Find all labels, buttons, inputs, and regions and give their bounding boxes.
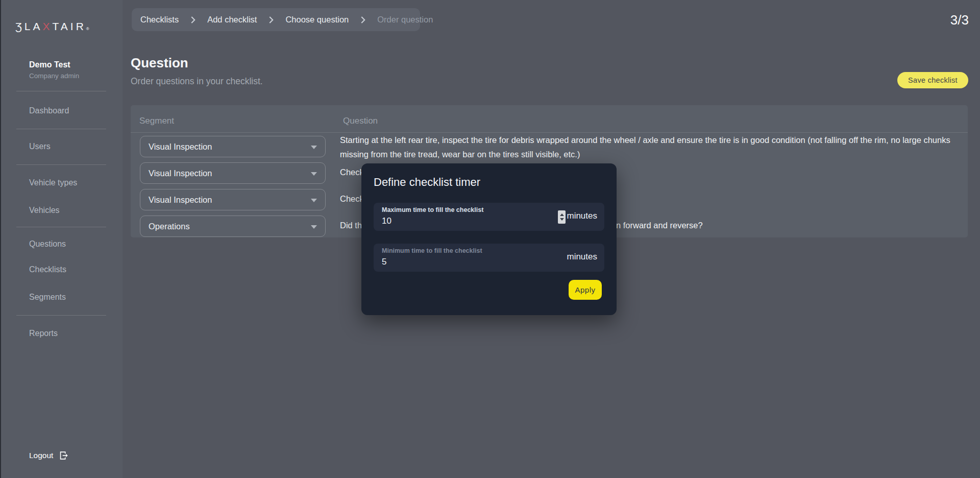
column-header-segment: Segment xyxy=(139,116,174,126)
chevron-right-icon xyxy=(358,15,368,25)
maximum-time-field[interactable]: Maximum time to fill the checklist 10 mi… xyxy=(374,203,604,231)
chevron-down-icon xyxy=(311,172,317,176)
chevron-right-icon xyxy=(188,15,198,25)
logo-text-left: ƷLA xyxy=(15,20,43,32)
sidebar-divider xyxy=(16,91,106,91)
stepper-down-icon[interactable] xyxy=(560,218,564,221)
sidebar-divider xyxy=(16,129,106,129)
app-root: ƷLAXTAIR® Demo Test Company admin Dashbo… xyxy=(0,0,980,478)
user-role: Company admin xyxy=(29,72,79,80)
maximum-time-label: Maximum time to fill the checklist xyxy=(382,206,483,213)
segment-select-row2[interactable]: Visual Inspection xyxy=(140,162,326,184)
stepper-up-icon[interactable] xyxy=(560,213,564,216)
maximum-time-input[interactable]: 10 xyxy=(382,216,391,226)
define-checklist-timer-modal: Define checklist timer Maximum time to f… xyxy=(361,163,617,315)
number-stepper[interactable] xyxy=(558,210,566,224)
question-text-row1: Starting at the left rear tire, inspect … xyxy=(340,133,952,161)
logout-label: Logout xyxy=(29,451,53,460)
sidebar-item-checklists[interactable]: Checklists xyxy=(29,265,66,274)
chevron-down-icon xyxy=(311,225,317,229)
sidebar-divider xyxy=(16,315,106,316)
window-left-edge xyxy=(0,0,1,478)
sidebar-divider xyxy=(16,227,106,227)
apply-button[interactable]: Apply xyxy=(569,280,602,300)
chevron-down-icon xyxy=(311,146,317,149)
sidebar-divider xyxy=(16,164,106,165)
logo-text-accent: X xyxy=(43,20,53,32)
step-indicator: 3/3 xyxy=(950,12,969,28)
logout-button[interactable]: Logout xyxy=(29,450,69,461)
user-name: Demo Test xyxy=(29,60,70,69)
page-title: Question xyxy=(131,55,188,71)
segment-select-value: Visual Inspection xyxy=(149,195,212,205)
sidebar-item-vehicles[interactable]: Vehicles xyxy=(29,206,60,215)
segment-select-value: Visual Inspection xyxy=(149,169,212,178)
breadcrumb-checklists[interactable]: Checklists xyxy=(140,15,179,25)
sidebar-item-reports[interactable]: Reports xyxy=(29,329,58,338)
breadcrumb-choose-question[interactable]: Choose question xyxy=(285,15,349,25)
breadcrumb-add-checklist[interactable]: Add checklist xyxy=(207,15,257,25)
sidebar-item-dashboard[interactable]: Dashboard xyxy=(29,106,69,115)
sidebar-item-questions[interactable]: Questions xyxy=(29,240,66,249)
segment-select-row1[interactable]: Visual Inspection xyxy=(140,136,326,157)
page-subtitle: Order questions in your checklist. xyxy=(131,76,263,87)
minimum-time-label: Minimum time to fill the checklist xyxy=(382,247,482,254)
sidebar-item-users[interactable]: Users xyxy=(29,142,51,151)
sidebar: ƷLAXTAIR® Demo Test Company admin Dashbo… xyxy=(0,0,122,478)
segment-select-value: Operations xyxy=(149,222,190,231)
breadcrumb: Checklists Add checklist Choose question… xyxy=(132,8,420,31)
sidebar-item-segments[interactable]: Segments xyxy=(29,293,66,302)
breadcrumb-order-question: Order question xyxy=(377,15,433,25)
segment-select-row3[interactable]: Visual Inspection xyxy=(140,189,326,210)
minimum-time-unit: minutes xyxy=(567,252,597,262)
logo-text-right: TAIR xyxy=(53,20,86,32)
column-header-question: Question xyxy=(343,116,378,126)
segment-select-value: Visual Inspection xyxy=(149,142,212,152)
logout-icon xyxy=(58,450,69,461)
minimum-time-input[interactable]: 5 xyxy=(382,257,386,267)
chevron-right-icon xyxy=(266,15,276,25)
maximum-time-unit: minutes xyxy=(567,211,597,221)
sidebar-item-vehicle-types[interactable]: Vehicle types xyxy=(29,178,77,187)
chevron-down-icon xyxy=(311,199,317,202)
save-checklist-button[interactable]: Save checklist xyxy=(897,72,968,88)
blaxtair-logo: ƷLAXTAIR® xyxy=(15,20,89,33)
modal-title: Define checklist timer xyxy=(374,176,480,189)
segment-select-row4[interactable]: Operations xyxy=(140,216,326,237)
question-text-row4-end: n forward and reverse? xyxy=(616,221,703,230)
registered-mark: ® xyxy=(86,27,89,31)
minimum-time-field[interactable]: Minimum time to fill the checklist 5 min… xyxy=(374,244,604,272)
